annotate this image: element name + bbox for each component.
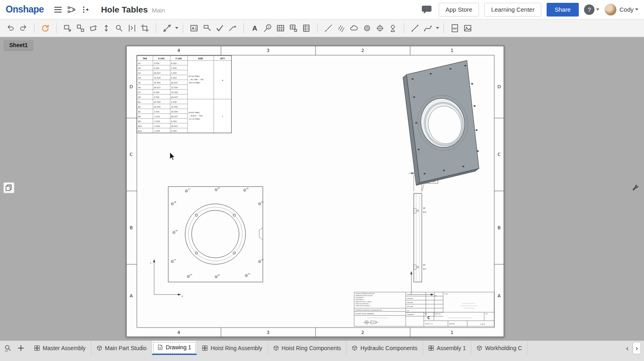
spline-button[interactable] bbox=[421, 22, 439, 35]
chevron-down-icon bbox=[596, 8, 599, 10]
tab-drawing-1[interactable]: Drawing 1 bbox=[152, 341, 197, 355]
crop-view-button[interactable] bbox=[138, 22, 151, 35]
onshape-logo[interactable]: Onshape bbox=[6, 4, 44, 15]
tab-hoist-ring-assembly[interactable]: Hoist Ring Assembly bbox=[197, 341, 268, 355]
cosmetic-thread-button[interactable] bbox=[361, 22, 374, 35]
svg-text:B8: B8 bbox=[423, 207, 425, 209]
svg-text:3: 3 bbox=[267, 48, 270, 53]
assembly-icon bbox=[428, 345, 434, 351]
comments-button[interactable] bbox=[420, 3, 433, 16]
update-views-button[interactable] bbox=[39, 22, 52, 35]
history-button[interactable] bbox=[78, 3, 92, 16]
auxiliary-view-button[interactable] bbox=[87, 22, 100, 35]
help-menu[interactable]: ? bbox=[584, 4, 599, 15]
add-tab-button[interactable] bbox=[15, 342, 27, 354]
front-view[interactable]: A7 B2 A6 A8 A5 B3 A1 A4 A2 B1 A3 Y X bbox=[150, 187, 264, 297]
version-tree-icon bbox=[67, 6, 76, 13]
hole-table[interactable]: TAGX LOCY LOCSIZEQTY A11.5006.383 A26.38… bbox=[137, 56, 231, 133]
centerline-button[interactable] bbox=[322, 22, 335, 35]
drawing-sheet[interactable]: 4321 4321 DCBA DCBA TAGX LOCY LOCSIZEQTY bbox=[126, 46, 504, 337]
svg-text:B2: B2 bbox=[138, 106, 140, 108]
redo-icon bbox=[19, 24, 28, 33]
svg-text:MFG APPR.: MFG APPR. bbox=[407, 306, 413, 307]
tab-workholding[interactable]: Workholding C bbox=[471, 341, 528, 355]
line-button[interactable] bbox=[409, 22, 421, 35]
auxiliary-view-icon bbox=[89, 24, 98, 33]
svg-text:B11: B11 bbox=[423, 268, 427, 270]
tab-main-part-studio[interactable]: Main Part Studio bbox=[91, 341, 153, 355]
share-button[interactable]: Share bbox=[547, 3, 579, 17]
svg-text:A1: A1 bbox=[138, 62, 140, 64]
hatch-icon bbox=[337, 24, 346, 33]
learning-center-button[interactable]: Learning Center bbox=[484, 3, 541, 17]
workspace-name[interactable]: Main bbox=[152, 7, 165, 14]
callout-icon bbox=[202, 24, 211, 33]
section-view-button[interactable] bbox=[100, 22, 113, 35]
tab-hydraulic-components[interactable]: Hydraulic Components bbox=[347, 341, 423, 355]
svg-text:4: 4 bbox=[178, 330, 180, 335]
toolbar-separator bbox=[183, 23, 183, 33]
svg-text:3/4-20 THRU: 3/4-20 THRU bbox=[189, 82, 200, 84]
scroll-tabs-left-button[interactable]: ‹ bbox=[623, 342, 631, 354]
toolbar-separator bbox=[156, 23, 156, 33]
svg-text:8: 8 bbox=[222, 79, 223, 81]
toolbar-separator bbox=[317, 23, 318, 33]
toolbar-separator bbox=[244, 23, 244, 33]
bom-table-button[interactable] bbox=[300, 22, 313, 35]
svg-text:A6: A6 bbox=[246, 187, 249, 189]
chevron-down-icon bbox=[635, 8, 638, 10]
bom-table-icon bbox=[302, 24, 311, 33]
redo-button[interactable] bbox=[17, 22, 30, 35]
tab-hoist-ring-components[interactable]: Hoist Ring Components bbox=[268, 341, 347, 355]
drawing-canvas[interactable]: Sheet1 4321 4321 DCBA DCBA bbox=[0, 37, 644, 340]
hole-table-button[interactable] bbox=[287, 22, 300, 35]
detail-view-button[interactable] bbox=[113, 22, 126, 35]
tab-master-assembly[interactable]: Master Assembly bbox=[29, 341, 91, 355]
balloon-button[interactable]: 1 bbox=[261, 22, 274, 35]
app-store-button[interactable]: App Store bbox=[439, 3, 479, 17]
undo-button[interactable] bbox=[4, 22, 17, 35]
sheet-tab[interactable]: Sheet1 bbox=[4, 40, 33, 50]
sheets-panel-button[interactable] bbox=[3, 182, 14, 193]
side-view-axis: X bbox=[411, 271, 437, 297]
svg-text:A3: A3 bbox=[138, 72, 140, 74]
isometric-view[interactable] bbox=[403, 60, 479, 185]
front-view-axis: Y X bbox=[150, 259, 183, 297]
svg-text:-1.500: -1.500 bbox=[154, 130, 160, 132]
revision-cloud-button[interactable] bbox=[348, 22, 361, 35]
version-manager-button[interactable] bbox=[65, 3, 78, 16]
chat-bubble-icon bbox=[421, 5, 432, 15]
side-view[interactable]: B8 B10 B9 B11 1.000 ∥ .005 bbox=[409, 169, 438, 297]
text-button[interactable]: A bbox=[248, 22, 261, 35]
datum-button[interactable] bbox=[386, 22, 399, 35]
export-dxf-button[interactable]: DXF bbox=[448, 22, 461, 35]
insert-view-button[interactable] bbox=[61, 22, 74, 35]
svg-text:⌴ Ø.813 ⌵ .500: ⌴ Ø.813 ⌵ .500 bbox=[189, 115, 202, 117]
tab-assembly-1[interactable]: Assembly 1 bbox=[423, 341, 471, 355]
user-name: Cody bbox=[619, 6, 634, 13]
note-button[interactable] bbox=[188, 22, 200, 35]
user-menu[interactable]: Cody bbox=[605, 4, 638, 16]
projected-view-button[interactable] bbox=[74, 22, 87, 35]
svg-text:4: 4 bbox=[178, 48, 180, 53]
weld-symbol-button[interactable] bbox=[226, 22, 239, 35]
scroll-tabs-right-button[interactable]: › bbox=[633, 342, 641, 354]
svg-text:B8: B8 bbox=[138, 116, 140, 118]
broken-view-button[interactable] bbox=[126, 22, 138, 35]
dimension-button[interactable] bbox=[161, 22, 178, 35]
tab-manager-button[interactable] bbox=[2, 342, 14, 354]
hatch-button[interactable] bbox=[335, 22, 348, 35]
weld-symbol-icon bbox=[228, 24, 237, 33]
table-button[interactable] bbox=[274, 22, 287, 35]
projected-view-icon bbox=[76, 24, 85, 33]
svg-text:6.383: 6.383 bbox=[154, 67, 159, 69]
svg-text:26.617: 26.617 bbox=[171, 125, 178, 127]
properties-panel-button[interactable] bbox=[630, 182, 642, 193]
document-title[interactable]: Hole Tables bbox=[101, 5, 148, 15]
insert-image-button[interactable] bbox=[461, 22, 474, 35]
center-mark-button[interactable] bbox=[374, 22, 386, 35]
callout-button[interactable] bbox=[200, 22, 213, 35]
surface-roughness-button[interactable] bbox=[213, 22, 226, 35]
svg-text:B3: B3 bbox=[138, 111, 140, 113]
document-menu-button[interactable] bbox=[51, 3, 65, 16]
